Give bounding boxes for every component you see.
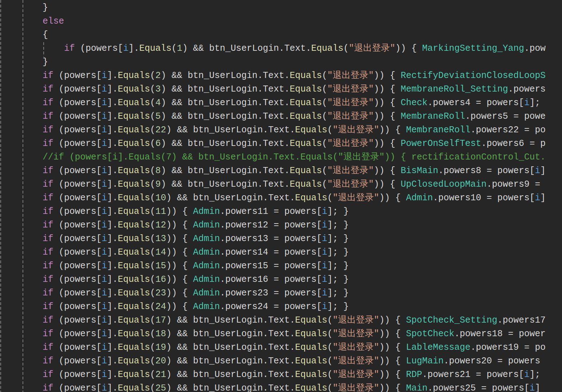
token-pl: (powers[	[75, 43, 123, 54]
token-var: i	[102, 247, 107, 258]
token-kw: if	[43, 84, 53, 94]
token-ty: LableMessage	[406, 342, 470, 353]
code-line: if (powers[i].Equals(16)) { Admin.powers…	[43, 273, 546, 286]
token-kw: if	[43, 179, 53, 190]
token-pl: (powers[	[53, 98, 102, 108]
token-m: Equals	[290, 138, 322, 149]
token-var: i	[322, 261, 327, 271]
token-pl: (	[327, 356, 333, 366]
token-pl: (powers[	[53, 288, 102, 298]
code-line: if (powers[i].Equals(5) && btn_UserLogin…	[43, 110, 546, 123]
token-ty: RectifyDeviationClosedLoopS	[401, 70, 546, 81]
token-m: Equals	[118, 111, 150, 122]
token-m: Equals	[290, 84, 322, 94]
token-m: Equals	[311, 43, 343, 54]
token-var: i	[322, 302, 327, 312]
token-m: Equals	[118, 247, 150, 258]
token-kw: if	[43, 329, 53, 339]
token-pl: )) {	[374, 111, 401, 122]
token-str: "退出登录"	[327, 179, 374, 190]
token-m: Equals	[118, 84, 150, 94]
token-ty: Admin	[193, 274, 220, 285]
token-kw: if	[43, 220, 53, 230]
token-pl: ]; }	[327, 261, 349, 271]
token-pl: (	[150, 220, 155, 230]
token-pl: ) && btn_UserLogin.Text.	[161, 111, 290, 122]
token-pl: (powers[	[53, 342, 102, 353]
token-pl: (powers[	[53, 261, 102, 271]
token-var: i	[102, 329, 107, 339]
token-kw: if	[43, 193, 53, 203]
token-pl: ].	[107, 288, 118, 298]
token-m: Equals	[118, 274, 150, 285]
token-pl: ]; }	[327, 206, 349, 217]
token-pl: .powers19 = po	[470, 342, 546, 353]
token-str: "退出登录"	[327, 84, 374, 94]
token-var: i	[322, 234, 327, 244]
token-pl: ) && btn_UserLogin.Text.	[166, 369, 295, 380]
token-pl: ]; }	[327, 302, 349, 312]
token-var: i	[102, 234, 107, 244]
token-var: i	[102, 369, 107, 380]
token-pl: (	[327, 342, 333, 353]
token-pl: ]; }	[327, 220, 349, 230]
token-pl: )) {	[374, 166, 401, 176]
token-kw: if	[43, 315, 53, 325]
token-pl: (	[150, 356, 155, 366]
token-str: "退出登录"	[349, 43, 395, 54]
token-num: 18	[155, 329, 166, 339]
code-line: if (powers[i].Equals(20) && btn_UserLogi…	[43, 354, 546, 368]
token-pl: ];	[529, 98, 540, 108]
token-var: i	[102, 111, 107, 122]
token-pl: (	[150, 342, 155, 353]
token-pl: .powers10 = powers[	[433, 193, 535, 203]
code-line: if (powers[i].Equals(19) && btn_UserLogi…	[43, 341, 546, 354]
code-line: if (powers[i].Equals(13)) { Admin.powers…	[43, 232, 546, 246]
token-pl: (powers[	[53, 369, 102, 380]
token-pl: (	[150, 383, 155, 392]
token-pl: ].	[107, 356, 118, 366]
token-pl: ) && btn_UserLogin.Text.	[161, 179, 290, 190]
token-num: 2	[155, 70, 161, 81]
token-ty: Check	[401, 98, 427, 108]
token-pl: )) {	[395, 43, 422, 54]
token-pl: (powers[	[53, 329, 102, 339]
token-num: 16	[155, 274, 166, 285]
token-ty: Admin	[193, 220, 220, 230]
token-m: Equals	[118, 206, 150, 217]
token-m: Equals	[118, 98, 150, 108]
token-kw: if	[43, 288, 53, 298]
token-var: i	[102, 206, 107, 217]
token-m: Equals	[118, 125, 150, 135]
token-pl: .powers18 = power	[454, 329, 546, 339]
token-kw: if	[43, 369, 53, 380]
token-pl: .powers20 = powers	[444, 356, 540, 366]
token-pl: (	[150, 111, 155, 122]
token-m: Equals	[295, 342, 327, 353]
token-pl: (	[150, 125, 155, 135]
token-m: Equals	[290, 70, 322, 81]
token-pl	[43, 43, 64, 54]
token-m: Equals	[295, 329, 327, 339]
token-pl: (powers[	[53, 356, 102, 366]
token-pl: ) && btn_UserLogin.Text.	[161, 98, 290, 108]
token-var: i	[102, 138, 107, 149]
token-pl: ].	[107, 111, 118, 122]
token-pl: ) && btn_UserLogin.Text.	[161, 166, 290, 176]
code-line: if (powers[i].Equals(4) && btn_UserLogin…	[43, 96, 546, 110]
code-editor[interactable]: }}else{ if (powers[i].Equals(1) && btn_U…	[0, 0, 562, 392]
token-num: 24	[155, 302, 166, 312]
token-pl: ].	[107, 193, 118, 203]
token-pl: )) {	[166, 247, 193, 258]
token-var: i	[123, 43, 129, 54]
token-pl: (powers[	[53, 315, 102, 325]
token-ty: Admin	[193, 302, 220, 312]
token-pl: (powers[	[53, 125, 102, 135]
token-m: Equals	[118, 220, 150, 230]
token-str: "退出登录"	[333, 342, 379, 353]
token-var: i	[102, 70, 107, 81]
token-ty: Admin	[193, 261, 220, 271]
token-var: i	[102, 220, 107, 230]
token-pl: .powers12 = powers[	[220, 220, 322, 230]
token-num: 6	[155, 138, 161, 149]
